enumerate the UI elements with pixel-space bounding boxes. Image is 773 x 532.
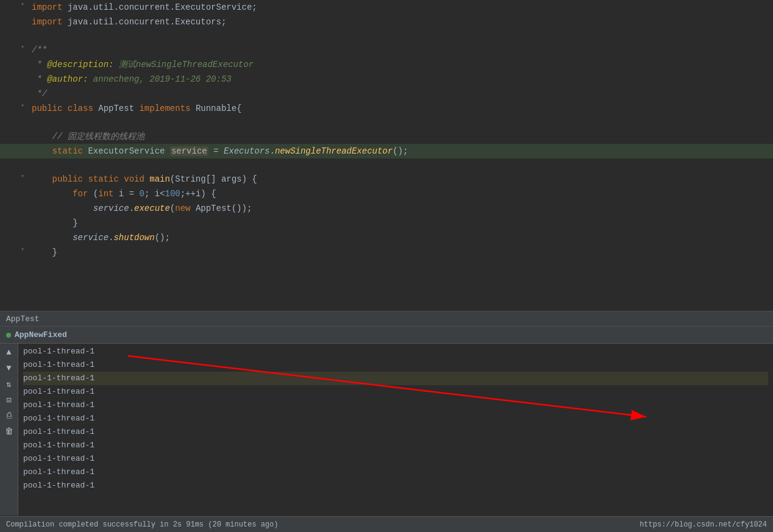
wrap-icon[interactable]: ⇅ [3,378,15,390]
code-line-9 [0,116,773,129]
code-content: for (int i = 0; i<100;++i) { [27,187,773,200]
code-line-14: for (int i = 0; i<100;++i) { [0,186,773,201]
code-line-8: ▾ public class AppTest implements Runnab… [0,101,773,116]
fold-arrow[interactable]: ▾ [18,102,27,109]
console-body: ▲ ▼ ⇅ ⊡ ⎙ 🗑 pool-1-thread-1 pool-1-threa… [0,344,773,516]
fold-arrow[interactable]: ▾ [18,43,27,51]
console-line: pool-1-thread-1 [23,412,768,425]
code-content: public static void main(String[] args) { [27,172,773,186]
code-line-3 [0,29,773,43]
code-content: } [27,216,773,230]
scroll-up-icon[interactable]: ▲ [3,346,15,358]
code-line-15: service.execute(new AppTest()); [0,201,773,216]
status-left-text: Compilation completed successfully in 2s… [6,520,278,529]
clear-icon[interactable]: ⊡ [3,394,15,406]
code-content: * @description: 测试newSingleThreadExecuto… [27,58,773,71]
console-line: pool-1-thread-1 [23,439,768,452]
console-sidebar: ▲ ▼ ⇅ ⊡ ⎙ 🗑 [0,344,18,516]
console-line: pool-1-thread-1 [23,399,768,412]
breadcrumb-bar: AppTest [0,311,773,327]
console-line: pool-1-thread-1 [23,358,768,372]
delete-icon[interactable]: 🗑 [3,425,15,438]
code-line-1: ▾ import java.util.concurrent.ExecutorSe… [0,0,773,15]
console-line: pool-1-thread-1 [23,425,768,439]
code-content: */ [27,87,773,101]
console-title: AppNewFixed [15,330,67,339]
scroll-down-icon[interactable]: ▼ [3,362,15,374]
code-content: // 固定线程数的线程池 [27,130,773,143]
code-content: service.execute(new AppTest()); [27,202,773,215]
console-line: pool-1-thread-1 [23,479,768,492]
status-right-text: https://blog.csdn.net/cfy1024 [639,520,767,529]
breadcrumb-text: AppTest [6,314,40,324]
code-line-7: */ [0,87,773,101]
code-line-10: // 固定线程数的线程池 [0,129,773,144]
editor-area: ▾ import java.util.concurrent.ExecutorSe… [0,0,773,311]
fold-arrow[interactable]: ▾ [18,246,27,253]
console-line: pool-1-thread-1 [23,452,768,466]
print-icon[interactable]: ⎙ [3,410,15,422]
console-line: pool-1-thread-1 [23,345,768,358]
code-line-16: } [0,216,773,230]
status-dot [6,333,11,338]
console-header: AppNewFixed [0,327,773,344]
code-line-4: ▾ /** [0,43,773,57]
code-content: import java.util.concurrent.ExecutorServ… [27,1,773,14]
panel-container: AppNewFixed ▲ ▼ ⇅ ⊡ ⎙ 🗑 pool-1-thread-1 … [0,327,773,516]
code-line-2: import java.util.concurrent.Executors; [0,15,773,29]
code-line-18: ▾ } [0,245,773,260]
code-line-5: * @description: 测试newSingleThreadExecuto… [0,57,773,72]
code-content: service.shutdown(); [27,231,773,244]
code-content: static ExecutorService service = Executo… [27,144,773,158]
console-line: pool-1-thread-1 [23,466,768,479]
status-bar: Compilation completed successfully in 2s… [0,516,773,532]
code-line-12 [0,158,773,172]
code-line-17: service.shutdown(); [0,230,773,245]
code-line-6: * @author: annecheng, 2019-11-26 20:53 [0,72,773,87]
fold-arrow[interactable]: ▾ [18,172,27,180]
code-content: import java.util.concurrent.Executors; [27,15,773,29]
code-content: /** [27,43,773,57]
code-content: * @author: annecheng, 2019-11-26 20:53 [27,73,773,86]
code-content: } [27,246,773,259]
code-line-11: static ExecutorService service = Executo… [0,144,773,158]
console-line: pool-1-thread-1 [23,385,768,399]
console-line-highlighted: pool-1-thread-1 [23,372,768,385]
console-output: pool-1-thread-1 pool-1-thread-1 pool-1-t… [18,344,773,516]
fold-arrow[interactable]: ▾ [18,1,27,8]
code-content: public class AppTest implements Runnable… [27,102,773,115]
code-line-13: ▾ public static void main(String[] args)… [0,172,773,186]
